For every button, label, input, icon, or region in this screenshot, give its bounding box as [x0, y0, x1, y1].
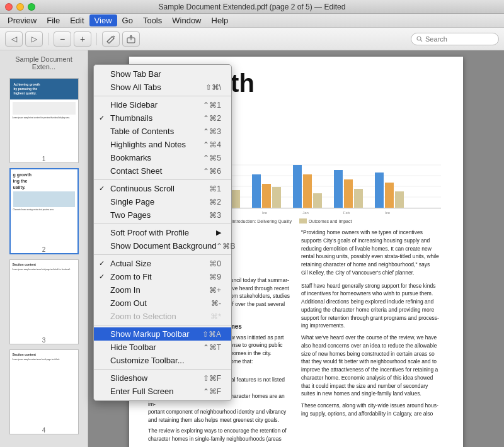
menu-go[interactable]: Go — [117, 14, 138, 26]
menu-item-customize-toolbar[interactable]: Customize Toolbar... — [94, 354, 231, 367]
menu-item-show-all-tabs[interactable]: Show All Tabs ⇧⌘\ — [94, 81, 231, 94]
menu-item-shortcut: ⌃⌘T — [203, 343, 221, 352]
menu-view[interactable]: View — [89, 14, 117, 26]
thumbnail-2-content: g growthing theuality. Character home zo… — [11, 169, 77, 245]
menu-item-bookmarks[interactable]: Bookmarks ⌃⌘5 — [94, 151, 231, 164]
thumbnail-2[interactable]: g growthing theuality. Character home zo… — [9, 168, 79, 254]
fullscreen-button[interactable] — [28, 3, 35, 11]
menu-item-two-pages[interactable]: Two Pages ⌘3 — [94, 208, 231, 222]
menu-item-highlights-notes[interactable]: Highlights and Notes ⌃⌘4 — [94, 138, 231, 151]
nav-forward-button[interactable]: ▷ — [25, 31, 43, 47]
legend-label-2: Introduction: Delivering Quality — [232, 219, 292, 224]
svg-point-3 — [417, 37, 421, 40]
menu-item-table-of-contents[interactable]: Table of Contents ⌃⌘3 — [94, 125, 231, 138]
menu-item-shortcut: ⌘- — [211, 299, 221, 308]
menu-window[interactable]: Window — [167, 14, 206, 26]
svg-rect-25 — [303, 174, 312, 208]
menu-item-soft-proof[interactable]: Soft Proof with Profile ▶ — [94, 226, 231, 239]
menu-item-hide-sidebar[interactable]: Hide Sidebar ⌃⌘1 — [94, 98, 231, 111]
menu-item-shortcut: ⌘* — [210, 312, 221, 321]
search-icon — [416, 36, 423, 42]
checkmark-icon: ✓ — [99, 259, 105, 268]
menu-item-label: Single Page — [110, 197, 154, 207]
menu-tools[interactable]: Tools — [138, 14, 167, 26]
thumbnail-4[interactable]: Section content Lorem ipsum sample conte… — [9, 349, 79, 434]
menu-file[interactable]: File — [42, 14, 65, 26]
sidebar: Sample Document Exten... Achieving growt… — [0, 50, 88, 447]
minimize-button[interactable] — [16, 3, 24, 11]
menu-item-label: Slideshow — [110, 373, 147, 383]
menu-item-shortcut: ⌃⌘4 — [203, 140, 221, 149]
menu-item-continuous-scroll[interactable]: ✓ Continuous Scroll ⌘1 — [94, 182, 231, 195]
doc-right-para-3: These concerns, along with city-wide iss… — [301, 402, 444, 418]
svg-rect-21 — [252, 174, 261, 208]
svg-rect-20 — [231, 190, 240, 208]
thumbnail-3-number: 3 — [42, 337, 46, 344]
menu-item-shortcut: ⌃⌘2 — [203, 114, 221, 123]
thumbnail-1-content: Achieving growthby pursuing thehighest q… — [10, 79, 78, 154]
thumbnail-1[interactable]: Achieving growthby pursuing thehighest q… — [9, 78, 79, 163]
menu-sep-6 — [94, 369, 231, 370]
doc-para-5: The review is exploring ways to encourag… — [148, 427, 291, 443]
menu-item-zoom-to-fit[interactable]: ✓ Zoom to Fit ⌘9 — [94, 270, 231, 283]
menu-item-contact-sheet[interactable]: Contact Sheet ⌃⌘6 — [94, 164, 231, 178]
menu-item-shortcut: ⇧⌘F — [203, 374, 221, 383]
legend-item-2: Introduction: Delivering Quality — [222, 218, 292, 224]
menu-item-actual-size[interactable]: ✓ Actual Size ⌘0 — [94, 257, 231, 270]
menu-help[interactable]: Help — [207, 14, 234, 26]
checkmark-icon: ✓ — [99, 184, 105, 193]
menu-item-label: Continuous Scroll — [110, 184, 175, 193]
menu-item-slideshow[interactable]: Slideshow ⇧⌘F — [94, 371, 231, 385]
doc-quote: "Providing home owners with se types of … — [301, 229, 444, 277]
thumbnail-2-number: 2 — [42, 246, 46, 253]
menu-item-zoom-to-selection[interactable]: Zoom to Selection ⌘* — [94, 310, 231, 323]
share-button[interactable] — [122, 31, 140, 47]
menu-item-show-doc-bg[interactable]: Show Document Background ⌃⌘B — [94, 239, 231, 252]
menu-item-shortcut: ⌃⌘F — [203, 387, 221, 396]
zoom-in-button[interactable]: + — [74, 31, 91, 47]
checkmark-icon: ✓ — [99, 273, 105, 281]
menu-item-enter-full-screen[interactable]: Enter Full Screen ⌃⌘F — [94, 385, 231, 398]
thumbnail-3[interactable]: Section content Lorem ipsum sample conte… — [9, 259, 79, 344]
menu-item-shortcut: ⌘2 — [209, 198, 221, 207]
menu-bar: Preview File Edit View Go Tools Window H… — [0, 14, 504, 28]
thumbnail-4-content: Section content Lorem ipsum sample conte… — [10, 350, 78, 426]
menu-item-zoom-in[interactable]: Zoom In ⌘+ — [94, 283, 231, 297]
menu-item-label: Table of Contents — [110, 127, 174, 136]
menu-item-shortcut: ⌃⌘1 — [203, 101, 221, 110]
nav-back-button[interactable]: ◁ — [5, 31, 23, 47]
doc-right-para-1: Staff have heard generally strong suppor… — [301, 282, 444, 331]
title-bar: Sample Document Extended.pdf (page 2 of … — [0, 0, 504, 14]
menu-item-label: Customize Toolbar... — [110, 356, 185, 365]
zoom-out-button[interactable]: − — [54, 31, 71, 47]
menu-item-thumbnails[interactable]: ✓ Thumbnails ⌃⌘2 — [94, 111, 231, 125]
main-area: Sample Document Exten... Achieving growt… — [0, 50, 504, 447]
markup-toolbar-button[interactable] — [102, 31, 120, 47]
menu-item-show-markup-toolbar[interactable]: Show Markup Toolbar ⇧⌘A — [94, 327, 231, 341]
menu-item-single-page[interactable]: Single Page ⌘2 — [94, 195, 231, 208]
svg-rect-29 — [354, 189, 363, 208]
toolbar: ◁ ▷ − + — [0, 28, 504, 50]
menu-item-show-tab-bar[interactable]: Show Tab Bar — [94, 67, 231, 81]
menu-sep-2 — [94, 179, 231, 180]
menu-item-hide-toolbar[interactable]: Hide Toolbar ⌃⌘T — [94, 341, 231, 354]
menu-edit[interactable]: Edit — [65, 14, 89, 26]
menu-sep-3 — [94, 224, 231, 224]
menu-item-label: Highlights and Notes — [110, 140, 186, 149]
legend-item-3: Outcomes and Impact — [299, 218, 352, 224]
search-box[interactable] — [411, 33, 499, 45]
search-input[interactable] — [425, 35, 493, 43]
menu-item-label: Bookmarks — [110, 153, 151, 162]
view-dropdown-menu: Show Tab Bar Show All Tabs ⇧⌘\ Hide Side… — [93, 64, 232, 401]
menu-preview[interactable]: Preview — [3, 14, 42, 26]
close-button[interactable] — [5, 3, 13, 11]
traffic-lights — [5, 3, 35, 11]
legend-color-3 — [299, 218, 307, 224]
checkmark-icon: ✓ — [99, 114, 105, 122]
doc-right-para-2: What we've heard over the course of the … — [301, 334, 444, 398]
submenu-arrow-icon: ▶ — [216, 229, 221, 237]
svg-rect-32 — [395, 191, 404, 208]
menu-item-label: Show Markup Toolbar — [110, 329, 190, 339]
menu-item-zoom-out[interactable]: Zoom Out ⌘- — [94, 297, 231, 310]
thumbnail-4-number: 4 — [42, 427, 46, 434]
